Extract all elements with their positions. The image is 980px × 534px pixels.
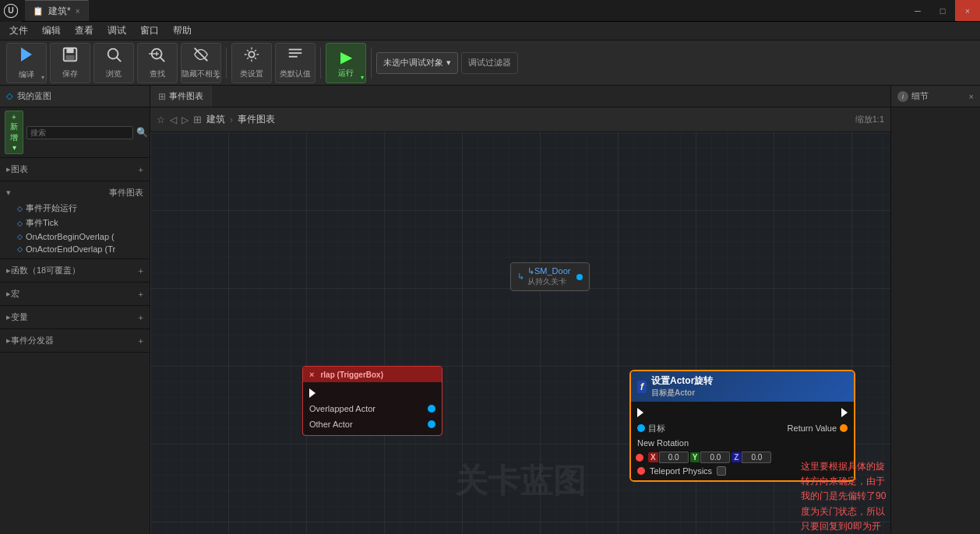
z-value-input[interactable] [742,451,771,463]
sidebar-item-end-overlap[interactable]: ◇ OnActorEndOverlap (Tr [5,243,145,255]
x-input-group: X [648,451,689,463]
teleport-checkbox[interactable] [717,466,726,476]
event-graph-tab[interactable]: ⊞ 事件图表 [150,86,212,107]
target-label: 目标 [648,423,665,434]
sidebar-section-macros: ▸ 宏 + [0,283,150,306]
overlapped-actor-pin[interactable] [428,405,435,413]
new-rotation-pin[interactable] [636,454,643,462]
other-actor-label: Other Actor [309,420,353,429]
svg-text:U: U [8,6,14,15]
graphs-add-icon[interactable]: + [139,165,143,174]
svg-line-9 [160,58,165,62]
sm-door-pin [576,274,583,280]
maximize-button[interactable]: □ [930,0,955,21]
find-button[interactable]: 查找 [137,43,178,83]
overlap-top-close-icon[interactable]: × [309,370,314,379]
func-icon: f [637,381,647,393]
variables-header[interactable]: ▸ 变量 + [5,309,145,325]
minimize-button[interactable]: ─ [905,0,930,21]
class-defaults-label: 类默认值 [280,69,311,79]
blueprint-tab[interactable]: 📋 建筑* × [25,0,89,21]
teleport-pin[interactable] [637,467,645,475]
breadcrumb-forward-icon[interactable]: ▷ [182,114,189,125]
menubar: 文件 编辑 查看 调试 窗口 帮助 [0,22,980,40]
set-rotation-subtitle: 目标是Actor [651,388,713,399]
browse-button[interactable]: 浏览 [93,43,134,83]
debug-target-button[interactable]: 未选中调试对象 ▾ [376,52,458,74]
run-icon: ▶ [340,47,352,66]
overlap-top-other-row: Other Actor [303,416,442,432]
search-icon: 🔍 [136,127,148,138]
set-rotation-exec-row [631,405,854,420]
add-new-button[interactable]: + 新增 ▾ [5,111,23,154]
overlap-top-exec-out[interactable] [309,388,316,398]
svg-marker-2 [21,47,32,61]
end-overlap-label: OnActorEndOverlap (Tr [26,244,115,254]
menu-file[interactable]: 文件 [3,23,34,39]
svg-rect-4 [66,48,73,53]
debug-filter-button[interactable]: 调试过滤器 [461,52,518,74]
svg-rect-15 [289,52,302,54]
breadcrumb-fav-icon[interactable]: ☆ [157,114,165,125]
connections-svg [150,132,384,249]
sidebar-item-event-tick[interactable]: ◇ 事件Tick [5,216,145,230]
functions-add-icon[interactable]: + [139,266,143,276]
other-actor-pin[interactable] [428,420,435,428]
menu-help[interactable]: 帮助 [167,23,198,39]
graphs-section-header[interactable]: ▸ 图表 + [5,161,145,177]
separator-1 [226,47,227,79]
search-input[interactable] [26,126,133,139]
return-value-label: Return Value [788,423,837,433]
class-settings-label: 类设置 [240,69,263,79]
sm-door-node[interactable]: ↳ ↳SM_Door 从持久关卡 [510,262,590,291]
sm-door-sublabel: 从持久关卡 [527,276,570,287]
menu-edit[interactable]: 编辑 [36,23,67,39]
set-rotation-exec-out[interactable] [841,408,848,417]
tab-close-button[interactable]: × [76,7,80,16]
overlap-top-exec-row [303,385,442,401]
save-button[interactable]: 保存 [50,43,90,83]
return-value-pin[interactable] [840,424,848,432]
event-graph-header[interactable]: ▾ 事件图表 [5,184,145,201]
sidebar-title: 我的蓝图 [17,90,51,102]
event-graph-tab-label: 事件图表 [169,90,203,102]
functions-header[interactable]: ▸ 函数（18可覆盖） + [5,262,145,279]
browse-icon [105,46,122,67]
dispatchers-header[interactable]: ▸ 事件分发器 + [5,332,145,349]
class-settings-button[interactable]: 类设置 [231,43,272,83]
dispatchers-add-icon[interactable]: + [139,336,143,346]
variables-add-icon[interactable]: + [139,313,143,322]
menu-debug[interactable]: 调试 [101,23,132,39]
close-window-button[interactable]: × [955,0,980,21]
tab-label: 建筑* [48,5,71,18]
run-button[interactable]: ▶ 运行 [326,43,366,83]
class-defaults-button[interactable]: 类默认值 [275,43,316,83]
macros-header[interactable]: ▸ 宏 + [5,286,145,302]
x-value-input[interactable] [659,451,689,463]
set-rotation-exec-in[interactable] [637,408,643,417]
overlapped-actor-label: Overlapped Actor [309,404,375,413]
y-value-input[interactable] [700,451,730,463]
titlebar: U 📋 建筑* × ─ □ × [0,0,980,22]
y-input-group: Y [690,451,731,463]
right-panel-close-icon[interactable]: × [969,92,974,101]
macros-add-icon[interactable]: + [139,290,143,299]
breadcrumb-home-label[interactable]: 建筑 [206,113,225,126]
blueprint-canvas[interactable]: ↳ ↳SM_Door 从持久关卡 × rlap (TriggerBox) [150,132,890,534]
right-panel-title: 细节 [911,90,929,102]
compile-label: 编译 [19,69,34,80]
compile-icon [17,45,36,68]
hide-irrelevant-button[interactable]: 隐藏不相关 [181,43,221,83]
sidebar-item-event-begin[interactable]: ◇ 事件开始运行 [5,201,145,216]
overlap-top-body: Overlapped Actor Other Actor [303,382,442,435]
menu-view[interactable]: 查看 [69,23,100,39]
svg-point-6 [108,49,118,59]
sidebar-item-begin-overlap[interactable]: ◇ OnActorBeginOverlap ( [5,230,145,243]
breadcrumb-back-icon[interactable]: ◁ [170,114,177,125]
overlap-top-node[interactable]: × rlap (TriggerBox) Overlapped Actor Ot [302,366,442,436]
compile-button[interactable]: 编译 [6,43,47,83]
target-pin[interactable] [637,424,645,432]
window-controls: ─ □ × [905,0,980,21]
sidebar: ◇ 我的蓝图 + 新增 ▾ 🔍 👁 ⋮ ▸ 图表 + ▾ 事件图表 ◇ [0,86,150,534]
menu-window[interactable]: 窗口 [134,23,165,39]
